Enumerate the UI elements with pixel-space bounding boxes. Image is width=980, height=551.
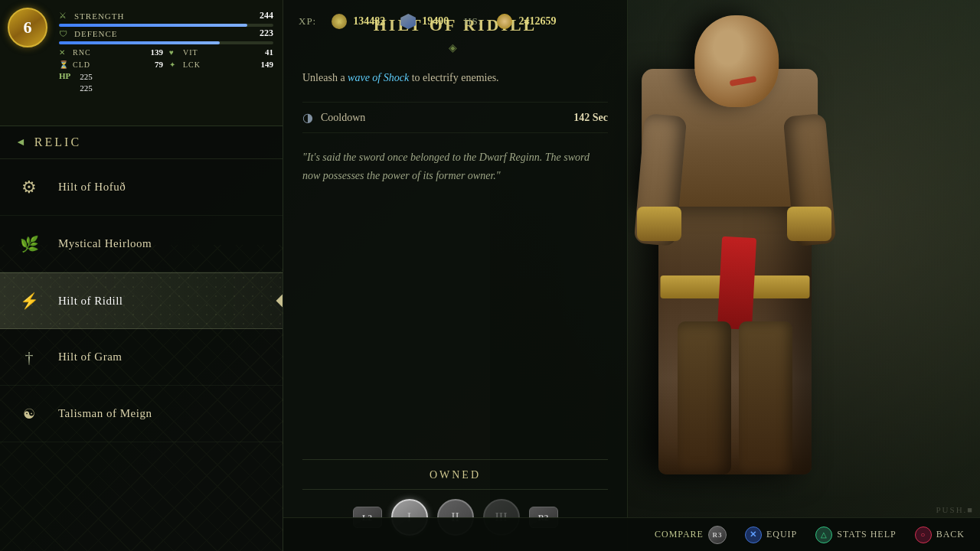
vit-label: VIT	[183, 48, 214, 57]
action-bar: COMPARE R3 ✕ EQUIP △ STATS HELP ○ BACK	[283, 517, 980, 551]
cooldown-label: Cooldown	[321, 112, 566, 124]
strength-bar-container	[59, 24, 273, 27]
defence-icon: 🛡	[59, 29, 70, 38]
owned-divider	[302, 459, 608, 460]
item-ridill[interactable]: ⚡ Hilt of Ridill	[0, 272, 283, 329]
cld-label: CLD	[73, 60, 103, 69]
lck-item: ✦ LCK 149	[169, 60, 273, 69]
left-panel: 6 ⚔ STRENGTH 244 🛡 DEFENCE 223	[0, 0, 283, 551]
owned-divider-2	[302, 489, 608, 490]
hofud-name: Hilt of Hofuð	[58, 181, 126, 194]
cooldown-row: ◑ Cooldown 142 Sec	[302, 102, 608, 133]
category-label: ◄ RELIC	[15, 135, 267, 149]
strength-icon: ⚔	[59, 11, 70, 21]
vit-value: 41	[250, 47, 273, 57]
triangle-button-icon: △	[815, 527, 832, 543]
rnc-value: 139	[140, 47, 163, 57]
stats-help-label: STATS HELP	[837, 529, 896, 540]
rnc-icon: ✕	[59, 48, 70, 57]
xp-value-2: 19490	[422, 15, 449, 28]
lore-text: "It's said the sword once belonged to th…	[302, 148, 608, 459]
xp-section-1: ⚔ 134482	[332, 14, 385, 29]
defence-value: 223	[250, 28, 273, 39]
cooldown-icon: ◑	[302, 110, 313, 125]
defence-label: DEFENCE	[74, 29, 126, 38]
defence-bar-container	[59, 41, 273, 44]
strength-row: ⚔ STRENGTH 244	[59, 10, 273, 21]
level-badge: 6	[8, 8, 47, 47]
stats-grid: ⚔ STRENGTH 244 🛡 DEFENCE 223 ✕ RNC	[59, 10, 273, 69]
item-hofud[interactable]: ⚙ Hilt of Hofuð	[0, 159, 283, 216]
stats-help-button[interactable]: △ STATS HELP	[815, 527, 896, 543]
rnc-item: ✕ RNC 139	[59, 47, 163, 57]
title-divider: ◈	[302, 41, 608, 54]
back-label: BACK	[936, 529, 965, 540]
x-button-icon: ✕	[745, 527, 762, 543]
strength-label: STRENGTH	[74, 11, 126, 21]
xp-header: XP: ⚔ 134482 19490 HS: 2412659	[283, 8, 980, 35]
selected-pattern	[0, 273, 283, 328]
owned-label: OWNED	[302, 469, 608, 481]
hs-section: 2412659	[497, 14, 556, 29]
hp-display: HP 225 225	[59, 71, 273, 95]
hp-current: 225	[80, 72, 93, 81]
hp-max: 225	[80, 83, 93, 93]
equip-button[interactable]: ✕ EQUIP	[745, 527, 797, 543]
circle-button-icon: ○	[915, 527, 932, 543]
category-name: RELIC	[34, 135, 81, 149]
cld-icon: ⏳	[59, 60, 70, 69]
secondary-stats-2: ⏳ CLD 79 ✦ LCK 149	[59, 60, 273, 69]
desc-prefix: Unleash a	[302, 72, 348, 83]
middle-panel: HILT OF RIDILL ◈ Unleash a wave of Shock…	[283, 0, 628, 551]
xp-value-1: 134482	[353, 15, 385, 28]
xp-label: XP:	[299, 15, 316, 28]
cld-value: 79	[140, 60, 163, 69]
level-value: 6	[24, 18, 32, 37]
lck-value: 149	[250, 60, 273, 69]
xp-icon-1: ⚔	[332, 14, 347, 29]
hs-icon	[497, 14, 512, 29]
hs-label: HS:	[464, 15, 482, 28]
stats-header: 6 ⚔ STRENGTH 244 🛡 DEFENCE 223	[0, 0, 283, 126]
back-button[interactable]: ○ BACK	[915, 527, 965, 543]
compare-label: COMPARE	[655, 529, 704, 540]
category-arrow: ◄	[15, 136, 28, 148]
hp-label: HP	[59, 71, 70, 80]
hs-value: 2412659	[518, 15, 556, 28]
defence-row: 🛡 DEFENCE 223	[59, 28, 273, 39]
xp-icon-2	[400, 14, 416, 29]
cld-item: ⏳ CLD 79	[59, 60, 163, 69]
xp-section-2: 19490	[400, 14, 449, 29]
vit-item: ♥ VIT 41	[169, 47, 273, 57]
equip-label: EQUIP	[766, 529, 797, 540]
cooldown-value: 142 Sec	[573, 112, 608, 124]
rnc-label: RNC	[73, 48, 103, 57]
lck-icon: ✦	[169, 60, 180, 69]
watermark: PUSH.■	[929, 502, 980, 517]
strength-value: 244	[250, 10, 273, 21]
desc-suffix: to electrify enemies.	[409, 72, 498, 83]
compare-section: COMPARE R3	[655, 526, 727, 544]
r3-button[interactable]: R3	[708, 526, 727, 544]
defence-bar	[59, 41, 220, 44]
lck-label: LCK	[183, 60, 214, 69]
item-description: Unleash a wave of Shock to electrify ene…	[302, 70, 608, 86]
secondary-stats: ✕ RNC 139 ♥ VIT 41	[59, 47, 273, 57]
hofud-icon: ⚙	[12, 171, 46, 204]
vit-icon: ♥	[169, 48, 180, 57]
category-section: ◄ RELIC	[0, 126, 283, 159]
strength-bar	[59, 24, 247, 27]
hp-values: 225 225	[80, 71, 93, 95]
desc-highlight: wave of Shock	[348, 72, 409, 83]
